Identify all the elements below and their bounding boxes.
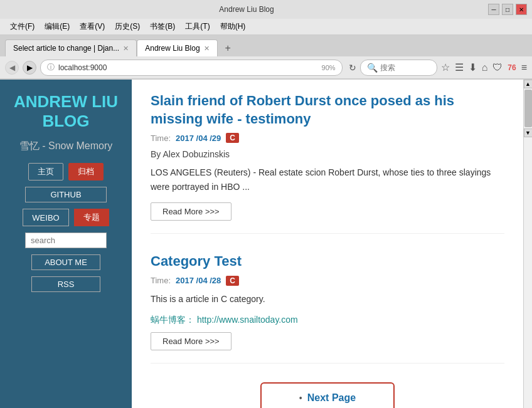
weibo-button[interactable]: WEIBO	[23, 209, 68, 226]
snail-url-link[interactable]: http://www.snailtoday.com	[197, 315, 298, 325]
menu-tools[interactable]: 工具(T)	[180, 20, 215, 33]
article-2-meta: Time: 2017 /04 /28 C	[151, 276, 504, 286]
scrollbar[interactable]: ▲ ▼	[523, 80, 532, 408]
time-label-2: Time:	[151, 276, 171, 285]
bookmark-star-icon[interactable]: ☆	[441, 61, 450, 73]
browser-search-input[interactable]	[380, 63, 430, 72]
snail-promo: 蜗牛博客： http://www.snailtoday.com	[151, 315, 504, 326]
article-1-date: 2017 /04 /29	[176, 133, 221, 143]
page-layout: ANDREW LIU BLOG 雪忆 - Snow Memory 主页 归档 G…	[0, 80, 532, 408]
search-icon: 🔍	[367, 63, 378, 73]
article-2-body: This is a article in C category.	[151, 292, 504, 306]
article-1-meta: Time: 2017 /04 /29 C	[151, 133, 504, 143]
menu-bookmarks[interactable]: 书签(B)	[145, 20, 180, 33]
article-1-title: Slain friend of Robert Durst once posed …	[151, 92, 504, 128]
download-icon[interactable]: ⬇	[469, 61, 477, 73]
snail-label: 蜗牛博客：	[151, 315, 194, 325]
menu-edit[interactable]: 编辑(E)	[40, 20, 75, 33]
next-page-text: Next Page	[307, 392, 356, 404]
menu-file[interactable]: 文件(F)	[5, 20, 40, 33]
tab-select-article[interactable]: Select article to change | Djan... ✕	[5, 39, 137, 56]
window-controls: ─ □ ✕	[488, 4, 527, 15]
reload-button[interactable]: ↻	[349, 63, 356, 73]
tab-close-icon[interactable]: ✕	[123, 44, 129, 53]
forward-button[interactable]: ▶	[23, 61, 36, 75]
zhuanti-button[interactable]: 专题	[74, 209, 109, 226]
time-label-1: Time:	[151, 133, 171, 143]
title-bar: Andrew Liu Blog ─ □ ✕	[0, 0, 532, 19]
article-2-category: C	[226, 276, 239, 286]
article-2-title: Category Test	[151, 253, 504, 271]
fox-icon[interactable]: 76	[508, 63, 516, 72]
browser-search-box[interactable]: 🔍	[360, 60, 437, 76]
address-bar: ◀ ▶ ⓘ localhost:9000 90% ↻ 🔍 ☆ ☰ ⬇ ⌂ 🛡 7…	[0, 56, 532, 79]
close-button[interactable]: ✕	[516, 4, 527, 15]
scroll-up-button[interactable]: ▲	[524, 80, 533, 88]
menu-help[interactable]: 帮助(H)	[215, 20, 251, 33]
home-icon[interactable]: ⌂	[482, 62, 488, 73]
home-button[interactable]: 主页	[28, 163, 63, 180]
main-content: Slain friend of Robert Durst once posed …	[132, 80, 523, 408]
shield-icon[interactable]: 🛡	[492, 62, 503, 73]
rss-button[interactable]: RSS	[31, 276, 100, 292]
minimize-button[interactable]: ─	[488, 4, 499, 15]
menu-view[interactable]: 查看(V)	[75, 20, 110, 33]
info-icon: ⓘ	[47, 62, 55, 73]
github-button[interactable]: GITHUB	[25, 187, 107, 202]
about-me-button[interactable]: ABOUT ME	[31, 254, 100, 270]
next-page-container: • Next Page	[151, 382, 504, 408]
back-button[interactable]: ◀	[5, 61, 19, 75]
url-text: localhost:9000	[58, 63, 318, 72]
archive-button[interactable]: 归档	[68, 163, 104, 180]
title-bar-text: Andrew Liu Blog	[5, 5, 488, 14]
menu-bar: 文件(F) 编辑(E) 查看(V) 历史(S) 书签(B) 工具(T) 帮助(H…	[0, 19, 532, 35]
url-bar[interactable]: ⓘ localhost:9000 90%	[40, 60, 343, 76]
next-page-button[interactable]: • Next Page	[260, 382, 395, 408]
article-1-author: By Alex Dobuzinskis	[151, 149, 504, 159]
article-1-excerpt: LOS ANGELES (Reuters) - Real estate scio…	[151, 165, 504, 194]
tab-label: Andrew Liu Blog	[145, 44, 200, 53]
tab-label: Select article to change | Djan...	[13, 44, 119, 53]
reader-icon[interactable]: ☰	[455, 61, 464, 73]
article-2-date: 2017 /04 /28	[176, 276, 221, 285]
sidebar-search-input[interactable]	[25, 233, 107, 248]
tab-andrew-blog[interactable]: Andrew Liu Blog ✕	[137, 39, 217, 56]
menu-icon[interactable]: ≡	[521, 62, 527, 73]
tab-bar: Select article to change | Djan... ✕ And…	[0, 35, 532, 56]
article-1-category: C	[226, 133, 239, 143]
weibo-row: WEIBO 专题	[23, 209, 109, 226]
article-1: Slain friend of Robert Durst once posed …	[151, 92, 504, 234]
maximize-button[interactable]: □	[502, 4, 513, 15]
toolbar-icons: ☆ ☰ ⬇ ⌂ 🛡 76 ≡	[441, 61, 527, 73]
article-2: Category Test Time: 2017 /04 /28 C This …	[151, 253, 504, 364]
new-tab-button[interactable]: +	[220, 40, 236, 56]
tab-close-icon[interactable]: ✕	[204, 44, 210, 53]
menu-history[interactable]: 历史(S)	[110, 20, 145, 33]
zoom-text: 90%	[322, 64, 336, 71]
blog-subtitle: 雪忆 - Snow Memory	[19, 140, 112, 153]
bullet-icon: •	[299, 393, 302, 403]
article-2-read-more[interactable]: Read More >>>	[151, 332, 231, 350]
sidebar: ANDREW LIU BLOG 雪忆 - Snow Memory 主页 归档 G…	[0, 80, 132, 408]
scroll-down-button[interactable]: ▼	[524, 128, 533, 137]
article-1-read-more[interactable]: Read More >>>	[151, 202, 231, 221]
blog-title: ANDREW LIU BLOG	[9, 92, 122, 131]
nav-buttons: 主页 归档	[28, 163, 104, 180]
scroll-thumb[interactable]	[524, 90, 532, 127]
